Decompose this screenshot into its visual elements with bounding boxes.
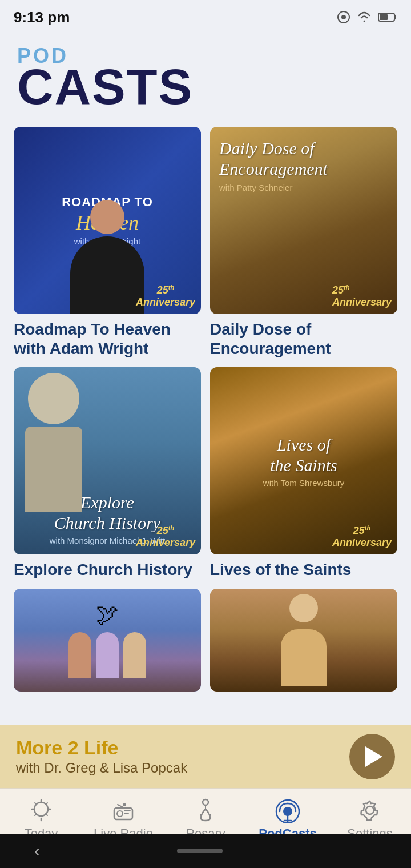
svg-line-9 bbox=[46, 814, 47, 815]
thumb-sub-lives: with Tom Shrewsbury bbox=[263, 478, 344, 488]
podcast-item-roadmap[interactable]: ROADMAP TO Heaven with Adam Wright 25thA… bbox=[14, 127, 201, 358]
partial-podcast-row: 🕊 bbox=[0, 589, 411, 701]
fig1 bbox=[68, 632, 91, 678]
podcast-thumb-daily-dose[interactable]: Daily Dose ofEncouragement with Patty Sc… bbox=[210, 127, 397, 314]
today-icon bbox=[27, 798, 55, 823]
now-playing-bar[interactable]: More 2 Life with Dr. Greg & Lisa Popcak bbox=[0, 725, 411, 788]
svg-point-20 bbox=[209, 814, 211, 816]
svg-point-25 bbox=[366, 806, 374, 814]
podcast-thumb-roadmap[interactable]: ROADMAP TO Heaven with Adam Wright 25thA… bbox=[14, 127, 201, 314]
podcast-thumb-church-history[interactable]: ExploreChurch History with Monsignor Mic… bbox=[14, 367, 201, 554]
live-radio-icon bbox=[110, 798, 137, 823]
thumb-bg-5: 🕊 bbox=[14, 589, 201, 692]
svg-line-8 bbox=[35, 803, 37, 805]
anniversary-1: 25thAnniversary bbox=[136, 284, 195, 308]
svg-point-0 bbox=[341, 15, 346, 19]
svg-point-16 bbox=[123, 803, 126, 806]
status-time: 9:13 pm bbox=[14, 9, 70, 26]
thumb-art-6 bbox=[210, 589, 397, 692]
svg-point-13 bbox=[117, 811, 123, 817]
podcasts-icon bbox=[274, 798, 301, 823]
dove-icon: 🕊 bbox=[96, 602, 119, 628]
thumb-bg-6 bbox=[210, 589, 397, 692]
settings-icon bbox=[356, 798, 384, 823]
svg-point-22 bbox=[283, 807, 292, 816]
podcast-item-church-history[interactable]: ExploreChurch History with Monsignor Mic… bbox=[14, 367, 201, 580]
podcast-title-roadmap: Roadmap To Heaven with Adam Wright bbox=[14, 320, 201, 358]
svg-line-10 bbox=[46, 803, 47, 805]
show-name: More 2 Life bbox=[16, 737, 187, 758]
wifi-icon bbox=[356, 11, 372, 23]
figure-row bbox=[68, 632, 146, 678]
svg-point-19 bbox=[200, 814, 202, 816]
statue-figure bbox=[19, 373, 88, 487]
statue-head bbox=[28, 373, 79, 424]
svg-rect-2 bbox=[380, 14, 388, 20]
podcast-item-lives-saints[interactable]: Lives ofthe Saints with Tom Shrewsbury 2… bbox=[210, 367, 397, 580]
podcast-item-6[interactable] bbox=[210, 589, 397, 692]
now-playing-info: More 2 Life with Dr. Greg & Lisa Popcak bbox=[16, 737, 187, 775]
svg-point-17 bbox=[203, 799, 208, 805]
svg-line-11 bbox=[35, 814, 37, 815]
casts-label: CASTS bbox=[17, 62, 394, 112]
rosary-icon bbox=[192, 798, 219, 823]
podcast-title-lives-saints: Lives of the Saints bbox=[210, 560, 397, 580]
play-button[interactable] bbox=[349, 734, 395, 779]
status-icons bbox=[337, 10, 397, 24]
location-icon bbox=[337, 10, 350, 24]
thumb-art-5: 🕊 bbox=[14, 589, 201, 692]
podcast-grid: ROADMAP TO Heaven with Adam Wright 25thA… bbox=[0, 118, 411, 589]
home-indicator[interactable] bbox=[177, 849, 223, 853]
podcast-title-church-history: Explore Church History bbox=[14, 560, 201, 580]
thumb-title-daily: Daily Dose ofEncouragement bbox=[219, 138, 328, 179]
thumb-sub-daily: with Patty Schneier bbox=[219, 183, 292, 192]
statue-body bbox=[25, 427, 82, 512]
nav-bar: ‹ bbox=[0, 834, 411, 868]
show-host: with Dr. Greg & Lisa Popcak bbox=[16, 760, 187, 776]
fig3 bbox=[123, 632, 146, 678]
body-6 bbox=[281, 629, 327, 686]
back-chevron[interactable]: ‹ bbox=[34, 841, 40, 861]
podcast-title-daily-dose: Daily Dose of Encouragement bbox=[210, 320, 397, 358]
thumb-content-church-history: ExploreChurch History with Monsignor Mic… bbox=[14, 367, 201, 554]
podcast-item-daily-dose[interactable]: Daily Dose ofEncouragement with Patty Sc… bbox=[210, 127, 397, 358]
podcast-item-5[interactable]: 🕊 bbox=[14, 589, 201, 692]
thumb-content-lives-saints: Lives ofthe Saints with Tom Shrewsbury 2… bbox=[210, 367, 397, 554]
podcast-thumb-6[interactable] bbox=[210, 589, 397, 692]
status-bar: 9:13 pm bbox=[0, 0, 411, 34]
face-6 bbox=[289, 594, 318, 622]
person-head bbox=[90, 200, 124, 234]
fig2 bbox=[96, 632, 119, 678]
battery-icon bbox=[378, 11, 397, 23]
thumb-title-lives: Lives ofthe Saints bbox=[270, 435, 337, 476]
thumb-content-daily-dose: Daily Dose ofEncouragement with Patty Sc… bbox=[210, 127, 397, 314]
anniversary-4: 25thAnniversary bbox=[332, 524, 392, 549]
page-header: POD CASTS bbox=[0, 34, 411, 118]
podcast-thumb-5[interactable]: 🕊 bbox=[14, 589, 201, 692]
anniversary-3: 25thAnniversary bbox=[136, 524, 195, 549]
podcast-thumb-lives-saints[interactable]: Lives ofthe Saints with Tom Shrewsbury 2… bbox=[210, 367, 397, 554]
person-body bbox=[70, 236, 144, 314]
thumb-content-roadmap: ROADMAP TO Heaven with Adam Wright 25thA… bbox=[14, 127, 201, 314]
anniversary-2: 25thAnniversary bbox=[332, 284, 392, 308]
